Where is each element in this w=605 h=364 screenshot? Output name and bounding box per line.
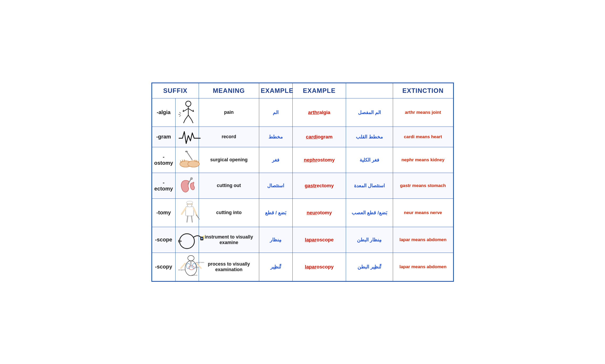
- meaning-cell: pain: [199, 98, 259, 127]
- svg-point-0: [186, 101, 191, 106]
- table-row: -algia: [152, 98, 453, 127]
- arabic-meaning-cell: بَضع/ قطع العصب: [346, 198, 393, 227]
- header-example: EXAMPLE: [292, 83, 346, 98]
- svg-line-21: [187, 152, 192, 160]
- example-text: gastrectomy: [305, 183, 334, 188]
- extinction-cell: gastr means stomach: [393, 173, 453, 198]
- scopy-icon: yemek borusu mide akciğerler diyafram: [178, 255, 197, 279]
- extinction-text: lapar means abdomen: [399, 264, 446, 269]
- arabic-example-cell: فغر: [259, 147, 292, 173]
- arabic-meaning-cell: تَّنظِير البطن: [346, 253, 393, 281]
- svg-point-26: [186, 201, 193, 204]
- svg-line-32: [191, 216, 192, 222]
- icon-cell: [175, 127, 199, 147]
- extinction-text: gastr means stomach: [400, 183, 446, 188]
- ectomy-icon: [178, 175, 197, 196]
- arabic-example-text: الم: [273, 110, 279, 115]
- table-row: -scopy: [152, 253, 453, 281]
- svg-line-7: [184, 120, 185, 123]
- arabic-example-text: بَضع / قطع: [265, 210, 286, 215]
- suffix-text: -ostomy: [154, 154, 173, 166]
- header-arabic-meaning: [346, 83, 393, 98]
- example-root: lapar: [305, 237, 317, 242]
- meaning-text: pain: [224, 110, 234, 115]
- example-root: nephr: [304, 157, 317, 163]
- suffix-text: -tomy: [156, 210, 171, 215]
- meaning-text: process to visually examination: [208, 261, 250, 272]
- icon-cell: [175, 147, 199, 173]
- main-table-wrapper: SUFFIX MEANING EXAMPLE EXAMPLE EXTINCTIO…: [151, 83, 454, 282]
- suffix-cell: -tomy: [152, 198, 175, 227]
- ostomy-icon: [178, 149, 197, 171]
- arabic-meaning-text: تَّنظِير البطن: [357, 264, 381, 270]
- suffix-cell: -scopy: [152, 253, 175, 281]
- meaning-text: cutting out: [217, 183, 241, 188]
- svg-point-22: [185, 151, 188, 152]
- arabic-example-cell: تَّنظِير: [259, 253, 292, 281]
- arabic-meaning-cell: فغر الكلية: [346, 147, 393, 173]
- svg-line-6: [185, 115, 188, 120]
- table-row: -scope instrument to visually examine: [152, 227, 453, 253]
- table-row: -gram record مخطط cardiogram مخطط القلب …: [152, 127, 453, 147]
- tomy-icon: [178, 201, 197, 225]
- header-extinction: EXTINCTION: [393, 83, 453, 98]
- arabic-example-text: استئصال: [267, 183, 284, 188]
- arabic-meaning-text: بَضع/ قطع العصب: [352, 210, 387, 215]
- svg-rect-27: [186, 207, 194, 216]
- svg-rect-40: [178, 240, 180, 242]
- example-cell: cardiogram: [292, 127, 346, 147]
- example-text: cardiogram: [306, 134, 333, 140]
- arabic-meaning-text: مخطط القلب: [356, 134, 383, 140]
- example-cell: laparoscopy: [292, 253, 346, 281]
- svg-line-52: [181, 263, 185, 268]
- arabic-example-text: فغر: [272, 157, 279, 163]
- suffix-text: -algia: [157, 109, 171, 115]
- example-text: laparoscope: [305, 237, 334, 242]
- example-cell: arthralgia: [292, 98, 346, 127]
- suffix-cell: -scope: [152, 227, 175, 253]
- arabic-meaning-cell: مِنظار البطن: [346, 227, 393, 253]
- example-suffix: oscopy: [317, 264, 334, 270]
- example-suffix: ogram: [318, 134, 333, 140]
- example-cell: laparoscope: [292, 227, 346, 253]
- arabic-example-cell: مِنظار: [259, 227, 292, 253]
- meaning-cell: cutting into: [199, 198, 259, 227]
- header-example-ar: EXAMPLE: [259, 83, 292, 98]
- icon-cell: [175, 98, 199, 127]
- svg-line-10: [179, 112, 181, 113]
- meaning-text: record: [221, 134, 236, 139]
- arabic-example-text: تَّنظِير: [270, 264, 281, 270]
- extinction-cell: lapar means abdomen: [393, 253, 453, 281]
- example-text: arthralgia: [308, 110, 330, 115]
- svg-point-36: [201, 238, 203, 239]
- meaning-text: instrument to visually examine: [205, 234, 253, 245]
- arabic-meaning-cell: استئصال المعدة: [346, 173, 393, 198]
- suffix-text: -gram: [156, 134, 171, 140]
- example-cell: gastrectomy: [292, 173, 346, 198]
- table-row: -ostomy surgical opening فغ: [152, 147, 453, 173]
- scope-icon: [178, 229, 197, 250]
- example-cell: neurotomy: [292, 198, 346, 227]
- extinction-text: cardi means heart: [404, 134, 442, 139]
- extinction-cell: lapar means abdomen: [393, 227, 453, 253]
- svg-text:diyafram: diyafram: [191, 274, 198, 276]
- svg-text:akciğerler: akciğerler: [178, 269, 185, 271]
- svg-line-8: [188, 115, 191, 120]
- example-root: arthr: [308, 110, 319, 115]
- svg-line-18: [195, 160, 195, 162]
- arabic-example-cell: مخطط: [259, 127, 292, 147]
- extinction-cell: arthr means joint: [393, 98, 453, 127]
- example-suffix: ectomy: [317, 183, 334, 188]
- example-text: neurotomy: [306, 210, 332, 215]
- extinction-text: neur means nerve: [404, 210, 442, 215]
- svg-point-34: [180, 234, 194, 249]
- svg-line-29: [194, 208, 197, 215]
- extinction-text: arthr means joint: [405, 110, 441, 115]
- icon-cell: [175, 198, 199, 227]
- example-suffix: ostomy: [317, 157, 335, 163]
- extinction-cell: nephr means kidney: [393, 147, 453, 173]
- extinction-text: nephr means kidney: [401, 157, 444, 162]
- header-suffix: SUFFIX: [152, 83, 199, 98]
- table-row: -tomy cutting in: [152, 198, 453, 227]
- example-text: nephrostomy: [304, 157, 335, 163]
